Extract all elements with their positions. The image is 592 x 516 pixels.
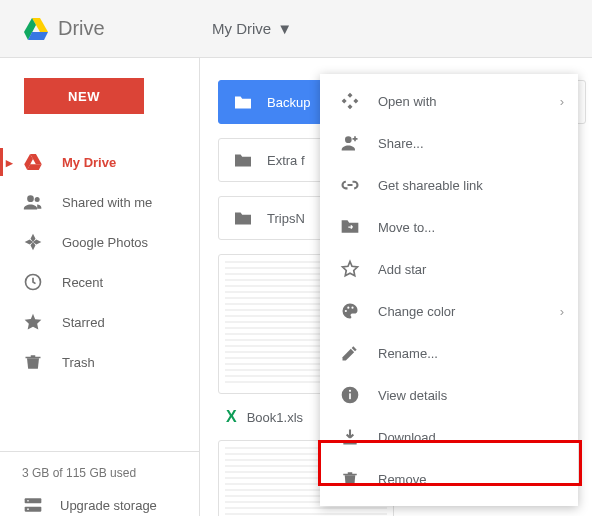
storage-text: 3 GB of 115 GB used [22,466,199,480]
svg-point-15 [345,310,347,312]
header: Drive My Drive ▼ [0,0,592,58]
svg-rect-10 [25,498,42,503]
folder-icon [233,210,253,226]
download-icon [338,425,362,449]
trash-icon [22,351,44,373]
clock-icon [22,271,44,293]
nav-label: My Drive [62,155,116,170]
nav-trash[interactable]: Trash [0,342,199,382]
nav: ▸ My Drive Shared with me Google Photos … [0,142,199,451]
file-name: Book1.xls [247,410,303,425]
nav-starred[interactable]: Starred [0,302,199,342]
submenu-arrow-icon: › [560,94,564,109]
people-icon [22,191,44,213]
menu-label: Get shareable link [378,178,483,193]
svg-point-16 [347,307,349,309]
menu-label: Change color [378,304,455,319]
nav-my-drive[interactable]: ▸ My Drive [0,142,199,182]
link-icon [338,173,362,197]
new-button[interactable]: NEW [24,78,144,114]
nav-label: Google Photos [62,235,148,250]
svg-rect-22 [343,474,357,476]
svg-point-7 [35,197,40,202]
breadcrumb-label: My Drive [212,20,271,37]
folder-label: Extra f [267,153,305,168]
svg-point-12 [27,500,29,502]
svg-rect-11 [25,507,42,512]
breadcrumb[interactable]: My Drive ▼ [200,20,292,37]
palette-icon [338,299,362,323]
storage-section: 3 GB of 115 GB used Upgrade storage [0,451,199,516]
nav-label: Trash [62,355,95,370]
menu-shareable-link[interactable]: Get shareable link [320,164,578,206]
folder-icon [233,94,253,110]
info-icon [338,383,362,407]
menu-change-color[interactable]: Change color › [320,290,578,332]
star-icon [22,311,44,333]
submenu-arrow-icon: › [560,304,564,319]
upgrade-label: Upgrade storage [60,498,157,513]
new-button-label: NEW [68,89,100,104]
caret-right-icon: ▸ [6,155,13,170]
rename-icon [338,341,362,365]
star-icon [338,257,362,281]
folder-icon [233,152,253,168]
menu-label: Rename... [378,346,438,361]
menu-rename[interactable]: Rename... [320,332,578,374]
folder-label: TripsN [267,211,305,226]
dropdown-arrow-icon: ▼ [277,20,292,37]
app-title: Drive [58,17,105,40]
storage-icon [22,494,44,516]
menu-share[interactable]: Share... [320,122,578,164]
open-with-icon [338,89,362,113]
menu-add-star[interactable]: Add star [320,248,578,290]
svg-rect-9 [26,357,41,359]
svg-point-20 [349,390,351,392]
logo-area: Drive [0,17,200,40]
svg-point-13 [27,508,29,510]
folder-label: Backup [267,95,310,110]
menu-label: Remove [378,472,426,487]
menu-remove[interactable]: Remove [320,458,578,500]
menu-label: View details [378,388,447,403]
svg-rect-21 [343,442,356,445]
sheets-icon: X [226,408,237,426]
share-icon [338,131,362,155]
drive-logo-icon [24,18,48,40]
menu-label: Open with [378,94,437,109]
menu-view-details[interactable]: View details [320,374,578,416]
upgrade-storage[interactable]: Upgrade storage [22,494,199,516]
nav-photos[interactable]: Google Photos [0,222,199,262]
drive-icon [22,151,44,173]
menu-label: Add star [378,262,426,277]
photos-icon [22,231,44,253]
menu-label: Download [378,430,436,445]
svg-rect-19 [349,393,351,399]
nav-label: Shared with me [62,195,152,210]
menu-open-with[interactable]: Open with › [320,80,578,122]
svg-point-14 [345,136,352,143]
menu-download[interactable]: Download [320,416,578,458]
nav-label: Recent [62,275,103,290]
svg-point-17 [351,307,353,309]
menu-move-to[interactable]: Move to... [320,206,578,248]
nav-shared[interactable]: Shared with me [0,182,199,222]
nav-label: Starred [62,315,105,330]
trash-icon [338,467,362,491]
svg-point-6 [27,195,34,202]
move-icon [338,215,362,239]
menu-label: Move to... [378,220,435,235]
context-menu: Open with › Share... Get shareable link … [320,74,578,506]
sidebar: NEW ▸ My Drive Shared with me Google Pho… [0,58,200,516]
nav-recent[interactable]: Recent [0,262,199,302]
menu-label: Share... [378,136,424,151]
